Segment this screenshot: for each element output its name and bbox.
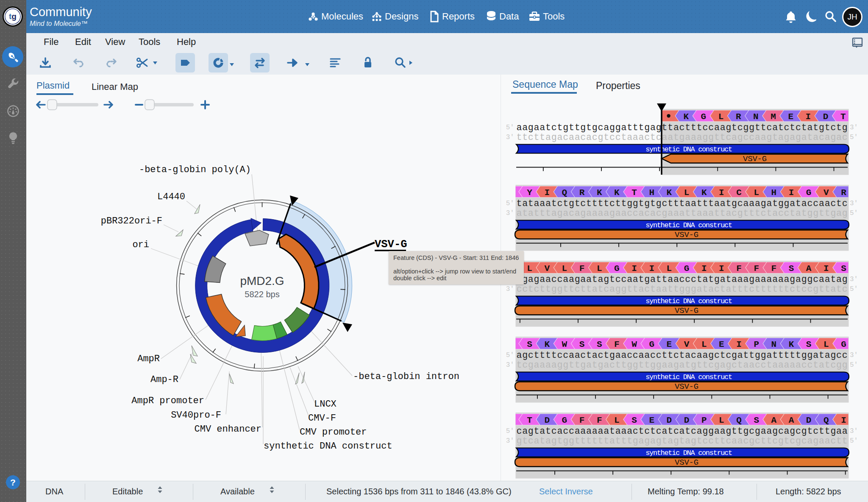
- svg-text:synthetic DNA construct: synthetic DNA construct: [645, 297, 732, 305]
- svg-text:5': 5': [506, 124, 514, 131]
- svg-text:3': 3': [506, 361, 514, 369]
- svg-text:S: S: [597, 340, 602, 349]
- svg-text:V: V: [684, 340, 690, 349]
- svg-text:S: S: [806, 340, 812, 349]
- svg-text:5': 5': [850, 209, 858, 217]
- svg-text:A: A: [806, 264, 812, 273]
- svg-text:L: L: [823, 340, 829, 349]
- svg-text:P: P: [701, 416, 707, 425]
- svg-text:3': 3': [506, 437, 514, 445]
- svg-text:K: K: [667, 188, 672, 198]
- svg-text:I: I: [701, 264, 707, 273]
- svg-text:L: L: [562, 264, 568, 273]
- svg-text:VSV-G: VSV-G: [675, 230, 698, 240]
- svg-text:3': 3': [850, 124, 858, 131]
- svg-text:atatttagacagaaaagaaccacacgaaat: atatttagacagaaaagaaccacacgaaattaaattacgt…: [516, 208, 848, 218]
- svg-text:S: S: [789, 264, 794, 273]
- svg-text:AmpR: AmpR: [137, 354, 160, 364]
- svg-text:M: M: [771, 112, 776, 122]
- svg-text:5': 5': [850, 361, 858, 369]
- svg-text:S: S: [841, 264, 846, 273]
- svg-text:5': 5': [506, 200, 514, 207]
- svg-text:I: I: [719, 264, 724, 273]
- svg-text:Q: Q: [562, 188, 568, 198]
- svg-text:T: T: [632, 188, 637, 198]
- svg-text:synthetic DNA construct: synthetic DNA construct: [645, 221, 732, 229]
- svg-text:CMV-F: CMV-F: [308, 413, 336, 424]
- svg-text:F: F: [754, 264, 759, 273]
- svg-text:F: F: [579, 416, 585, 425]
- svg-text:CMV promoter: CMV promoter: [300, 427, 367, 438]
- svg-text:G: G: [841, 340, 846, 349]
- svg-text:G: G: [806, 188, 812, 198]
- svg-text:E: E: [649, 416, 654, 425]
- svg-text:LNCX: LNCX: [314, 399, 337, 410]
- svg-text:5': 5': [850, 285, 858, 293]
- svg-text:K: K: [683, 112, 689, 122]
- svg-text:F: F: [614, 340, 620, 349]
- svg-text:W: W: [632, 340, 637, 349]
- svg-text:G: G: [649, 340, 654, 349]
- svg-text:cagtatcaccaaaaaataaactctcatcat: cagtatcaccaaaaaataaactctcatcatcaggaagttg…: [516, 426, 848, 436]
- svg-text:3': 3': [506, 134, 514, 141]
- svg-text:ori: ori: [132, 240, 149, 250]
- svg-text:3': 3': [850, 427, 858, 435]
- svg-text:H: H: [771, 188, 776, 198]
- svg-text:Q: Q: [823, 416, 829, 425]
- svg-text:D: D: [684, 416, 690, 425]
- svg-text:I: I: [736, 340, 742, 349]
- svg-text:I: I: [544, 188, 550, 198]
- svg-text:L: L: [597, 264, 602, 273]
- svg-text:ttcttagacaacacgtcctaaactcaatga: ttcttagacaacacgtcctaaactcaatgaaaggttcagc…: [516, 132, 848, 142]
- svg-text:pMD2.G: pMD2.G: [240, 274, 284, 287]
- svg-text:L: L: [701, 340, 707, 349]
- svg-text:F: F: [597, 416, 602, 425]
- svg-text:synthetic DNA construct: synthetic DNA construct: [645, 145, 732, 153]
- svg-text:H: H: [649, 188, 654, 198]
- svg-text:A: A: [789, 416, 794, 425]
- svg-text:synthetic DNA construct: synthetic DNA construct: [645, 373, 732, 381]
- svg-text:I: I: [649, 264, 654, 273]
- svg-text:K: K: [701, 188, 707, 198]
- svg-text:agcttttccaactactgaaccaaccttcta: agcttttccaactactgaaccaaccttctacaagctcgat…: [516, 350, 848, 360]
- svg-text:R: R: [579, 188, 585, 198]
- svg-text:SV40pro-F: SV40pro-F: [171, 410, 221, 421]
- svg-text:-beta-globin intron: -beta-globin intron: [353, 371, 459, 382]
- svg-text:5': 5': [850, 134, 858, 141]
- svg-text:K: K: [544, 340, 550, 349]
- svg-text:Q: Q: [736, 416, 742, 425]
- svg-text:aagaatctgttgtgcaggatttgagttact: aagaatctgttgtgcaggatttgagttactttccaagtcg…: [516, 123, 848, 133]
- svg-text:L: L: [614, 416, 620, 425]
- svg-text:5': 5': [850, 437, 858, 445]
- svg-text:-beta-globin poly(A): -beta-globin poly(A): [139, 165, 251, 175]
- svg-text:L: L: [667, 264, 672, 273]
- svg-text:Y: Y: [527, 188, 532, 198]
- svg-text:VSV-G: VSV-G: [675, 458, 698, 467]
- svg-text:synthetic DNA construct: synthetic DNA construct: [264, 441, 392, 452]
- svg-text:V: V: [823, 188, 829, 198]
- svg-text:tataaatctgtcttttcttggtgtgcttta: tataaatctgtcttttcttggtgtgctttaatttaatgca…: [516, 198, 848, 209]
- svg-text:D: D: [806, 416, 812, 425]
- svg-text:I: I: [719, 188, 724, 198]
- svg-text:E: E: [719, 340, 724, 349]
- svg-text:A: A: [771, 416, 776, 425]
- svg-text:E: E: [788, 112, 793, 122]
- svg-text:I: I: [789, 188, 794, 198]
- svg-text:T: T: [840, 112, 846, 122]
- svg-text:Amp-R: Amp-R: [150, 374, 178, 385]
- svg-text:VSV-G: VSV-G: [743, 154, 767, 164]
- svg-text:L4440: L4440: [157, 192, 185, 202]
- svg-text:D: D: [667, 416, 672, 425]
- svg-text:5822 bps: 5822 bps: [245, 290, 279, 299]
- svg-text:L: L: [754, 188, 759, 198]
- svg-text:VSV-G: VSV-G: [675, 382, 698, 391]
- svg-text:F: F: [771, 264, 776, 273]
- svg-text:I: I: [823, 264, 829, 273]
- svg-text:cctcttggttcttatcaggttactaattgg: cctcttggttcttatcaggttactaattgggatactattt…: [516, 284, 848, 294]
- svg-text:L: L: [718, 112, 724, 122]
- svg-text:P: P: [754, 340, 759, 349]
- svg-text:S: S: [754, 416, 759, 425]
- svg-text:G: G: [562, 416, 568, 425]
- svg-text:N: N: [753, 112, 759, 122]
- svg-text:CMV enhancer: CMV enhancer: [195, 424, 262, 435]
